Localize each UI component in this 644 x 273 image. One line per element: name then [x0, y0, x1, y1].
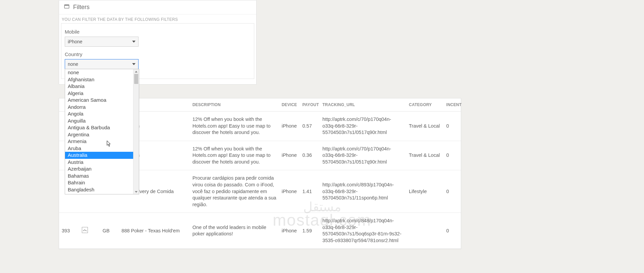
- cell-payout: 1.59: [300, 213, 320, 249]
- chevron-down-icon: [132, 41, 136, 43]
- cell-flag: [79, 213, 100, 249]
- country-option[interactable]: Australia: [65, 152, 133, 159]
- th-category: CATEGORY: [406, 98, 443, 111]
- cell-tracking: http://aptrk.com/c/848/p170q04n-o33q-66r…: [320, 213, 406, 249]
- country-option[interactable]: Algeria: [65, 90, 133, 97]
- country-select[interactable]: none noneAfghanistanAlbaniaAlgeriaAmeric…: [65, 59, 139, 69]
- country-option[interactable]: Antigua & Barbuda: [65, 124, 133, 131]
- country-option[interactable]: Andorra: [65, 104, 133, 111]
- country-option[interactable]: Austria: [65, 159, 133, 166]
- country-option[interactable]: Albania: [65, 83, 133, 90]
- cell-incent: 0: [443, 111, 461, 141]
- country-dropdown: noneAfghanistanAlbaniaAlgeriaAmerican Sa…: [65, 69, 139, 194]
- cell-device: iPhone: [279, 111, 300, 141]
- scroll-thumb[interactable]: [134, 74, 138, 84]
- country-option[interactable]: Anguilla: [65, 118, 133, 125]
- cell-description: 12% Off when you book with the Hotels.co…: [190, 111, 279, 141]
- cell-description: Procurar cardápios para pedir comida vir…: [190, 170, 279, 213]
- country-label: Country: [65, 51, 251, 57]
- cell-device: iPhone: [279, 141, 300, 170]
- filters-panel: Filters YOU CAN FILTER THE DATA BY THE F…: [59, 0, 257, 85]
- country-option[interactable]: Bahrain: [65, 179, 133, 186]
- cell-incent: 0: [443, 141, 461, 170]
- cell-category: [406, 213, 443, 249]
- scroll-down-icon[interactable]: [133, 189, 139, 194]
- cell-payout: 0.57: [300, 111, 320, 141]
- mobile-select-value: iPhone: [68, 39, 83, 44]
- th-payout: PAYOUT: [300, 98, 320, 111]
- cell-incent: 0: [443, 170, 461, 213]
- cell-category: Travel & Local: [406, 111, 443, 141]
- cell-device: iPhone: [279, 170, 300, 213]
- flag-placeholder-icon: [82, 227, 88, 233]
- cell-id: 393: [59, 213, 79, 249]
- filters-hint: YOU CAN FILTER THE DATA BY THE FOLLOWING…: [61, 16, 254, 23]
- chevron-down-icon: [132, 63, 136, 65]
- country-option[interactable]: Azerbaijan: [65, 166, 133, 173]
- cell-description: 12% Off when you book with the Hotels.co…: [190, 141, 279, 170]
- th-description: DESCRIPTION: [190, 98, 279, 111]
- th-incent: INCENT: [443, 98, 461, 111]
- cell-category: Lifestyle: [406, 170, 443, 213]
- cell-category: Travel & Local: [406, 141, 443, 170]
- filters-title: Filters: [73, 4, 90, 11]
- cell-tracking: http://aptrk.com/c/70/p170q04n-o33q-66r8…: [320, 111, 406, 141]
- country-option[interactable]: Argentina: [65, 131, 133, 138]
- mobile-label: Mobile: [65, 29, 251, 35]
- cell-payout: 0.36: [300, 141, 320, 170]
- cell-device: iPhone: [279, 213, 300, 249]
- country-option[interactable]: Bahamas: [65, 173, 133, 180]
- country-option[interactable]: American Samoa: [65, 97, 133, 104]
- cell-payout: 1.41: [300, 170, 320, 213]
- cell-cc: GB: [100, 213, 119, 249]
- country-select-value: none: [68, 61, 78, 67]
- country-option[interactable]: Afghanistan: [65, 76, 133, 83]
- country-option[interactable]: Bangladesh: [65, 186, 133, 193]
- cell-description: One of the world leaders in mobile poker…: [190, 213, 279, 249]
- cell-tracking: http://aptrk.com/c/70/p170q04n-o33q-66r8…: [320, 141, 406, 170]
- cell-name: 888 Poker - Texas Hold'em: [119, 213, 190, 249]
- country-option[interactable]: Armenia: [65, 138, 133, 145]
- country-option[interactable]: Angola: [65, 110, 133, 118]
- country-option[interactable]: none: [65, 69, 133, 76]
- th-device: DEVICE: [279, 98, 300, 111]
- mobile-select[interactable]: iPhone: [65, 37, 139, 47]
- cell-incent: 0: [443, 213, 461, 249]
- filters-header: Filters: [59, 0, 256, 14]
- th-tracking: TRACKING_URL: [320, 98, 406, 111]
- country-option[interactable]: Aruba: [65, 145, 133, 152]
- svg-rect-1: [64, 5, 69, 6]
- filters-inner: Mobile iPhone Country none noneAfghanist…: [61, 23, 254, 79]
- country-option[interactable]: Barbados: [65, 193, 133, 194]
- cell-tracking: http://aptrk.com/c/893/p170q04n-o33q-66r…: [320, 170, 406, 213]
- filter-icon: [64, 4, 70, 11]
- table-row[interactable]: 393GB888 Poker - Texas Hold'emOne of the…: [59, 213, 461, 249]
- scroll-up-icon[interactable]: [133, 69, 139, 74]
- dropdown-scrollbar[interactable]: [133, 69, 139, 194]
